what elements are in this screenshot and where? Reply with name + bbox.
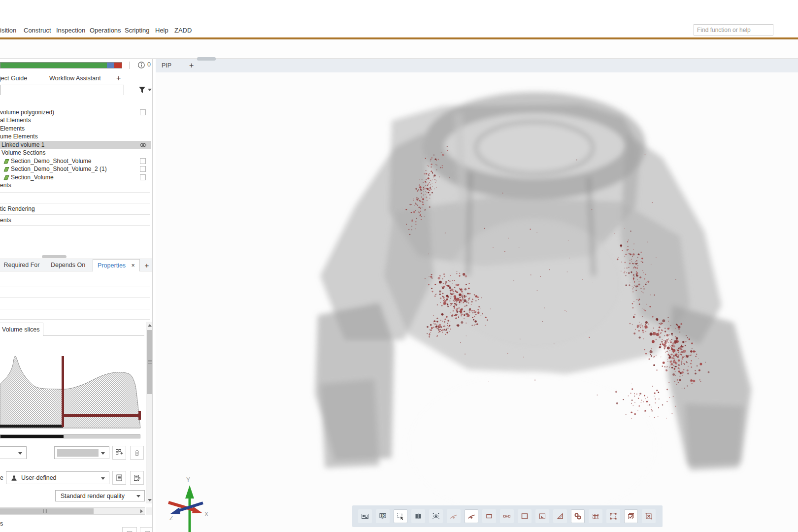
- divider: [0, 214, 150, 215]
- frame-handles-icon[interactable]: [606, 509, 620, 523]
- exclude-region-icon[interactable]: [642, 509, 656, 523]
- menu-inspection[interactable]: Inspection: [54, 24, 87, 37]
- splitter-handle[interactable]: [42, 255, 66, 258]
- preset-dropdown[interactable]: [0, 446, 27, 459]
- menu-help[interactable]: Help: [153, 24, 170, 37]
- tree-item[interactable]: ume Elements: [0, 133, 151, 141]
- visibility-checkbox[interactable]: [140, 174, 146, 180]
- gray-value-histogram[interactable]: [0, 336, 144, 429]
- tree-item[interactable]: Section_Demo_Shoot_Volume_2 (1): [0, 165, 151, 173]
- render-profile-dropdown[interactable]: User-defined: [6, 471, 109, 484]
- add-view-button[interactable]: +: [189, 59, 194, 72]
- voxel-grid-icon[interactable]: [589, 509, 602, 523]
- set-square-icon[interactable]: [553, 509, 567, 523]
- tab-volume-slices[interactable]: Volume slices: [0, 323, 43, 336]
- row-rendering[interactable]: tic Rendering: [0, 205, 35, 212]
- menu-acquisition[interactable]: isition: [0, 24, 18, 37]
- scrollbar-thumb[interactable]: [0, 508, 94, 514]
- visibility-checkbox[interactable]: [140, 166, 146, 172]
- divider: [0, 309, 150, 309]
- profile-list-button[interactable]: [112, 471, 126, 485]
- checkbox-icon[interactable]: [624, 509, 638, 523]
- render-canvas[interactable]: Y X Z 3D: [156, 72, 798, 532]
- axis-label-y: Y: [186, 476, 190, 483]
- tab-project-guide[interactable]: oject Guide: [0, 72, 27, 84]
- menu-construct[interactable]: Construct: [22, 24, 53, 37]
- rubber-band-select-icon[interactable]: [394, 509, 407, 523]
- gray-value-range-bar[interactable]: [0, 434, 140, 438]
- pip-windows-icon[interactable]: [358, 509, 372, 523]
- 3d-display-icon[interactable]: 3D: [376, 509, 390, 523]
- two-circles-icon[interactable]: [571, 509, 585, 523]
- connector-icon[interactable]: [500, 509, 514, 523]
- visibility-eye-icon[interactable]: [429, 509, 443, 523]
- tree-item[interactable]: Section_Demo_Shoot_Volume: [0, 157, 151, 166]
- scrollbar-corner: [146, 507, 153, 515]
- delete-button[interactable]: [130, 446, 144, 460]
- tab-pip[interactable]: PIP: [162, 59, 171, 72]
- tab-properties[interactable]: Properties ×: [93, 259, 140, 271]
- scroll-right-button[interactable]: [138, 508, 145, 514]
- element-filter-box[interactable]: [0, 85, 124, 95]
- function-search-box[interactable]: [694, 24, 773, 35]
- tree-item[interactable]: Elements: [0, 125, 151, 133]
- gray-curve-icon[interactable]: [465, 509, 478, 523]
- function-search-input[interactable]: [694, 25, 773, 35]
- splitter-handle[interactable]: [197, 57, 216, 61]
- filter-dropdown-caret[interactable]: [148, 89, 152, 91]
- close-tab-icon[interactable]: ×: [132, 262, 135, 269]
- scroll-up-button[interactable]: [146, 322, 153, 329]
- add-grid-button[interactable]: [112, 446, 126, 460]
- section-slice-icon: [3, 175, 9, 180]
- menu-operations[interactable]: Operations: [88, 24, 123, 37]
- info-icon[interactable]: [137, 61, 145, 69]
- panel-button-1[interactable]: [122, 527, 137, 532]
- rect-large-icon[interactable]: [518, 509, 532, 523]
- vertical-scrollbar[interactable]: [146, 322, 153, 503]
- add-tab-button[interactable]: +: [116, 72, 121, 84]
- visibility-checkbox[interactable]: [140, 109, 146, 115]
- divider: [0, 192, 150, 193]
- add-tab-button[interactable]: +: [143, 259, 151, 271]
- profile-edit-button[interactable]: [130, 471, 144, 485]
- tree-item[interactable]: Volume Sections: [0, 149, 151, 157]
- tree-item[interactable]: ents: [0, 181, 151, 190]
- scroll-down-button[interactable]: [146, 497, 153, 503]
- tab-depends-on[interactable]: Depends On: [47, 259, 89, 271]
- menu-zadd[interactable]: ZADD: [172, 24, 194, 37]
- panel-button-2[interactable]: [140, 527, 153, 532]
- threshold-marker-horizontal[interactable]: [63, 414, 140, 417]
- user-icon: [10, 474, 18, 482]
- view-toolbar: 3D: [352, 505, 663, 527]
- tab-required-for[interactable]: Required For: [1, 259, 42, 271]
- compare-split-icon[interactable]: [411, 509, 425, 523]
- rect-corner-icon[interactable]: [535, 509, 549, 523]
- element-filter-input[interactable]: [0, 86, 124, 95]
- histogram-curve: [0, 356, 140, 428]
- row-elements[interactable]: ents: [0, 217, 11, 224]
- main-toolbar: Part: Pre: [0, 39, 798, 59]
- section-slice-icon: [3, 159, 9, 164]
- gray-curve-faded-icon[interactable]: [447, 509, 461, 523]
- filter-funnel-icon[interactable]: [138, 86, 146, 94]
- render-quality-dropdown[interactable]: Standard render quality: [55, 490, 145, 501]
- separator: [129, 62, 130, 69]
- menu-scripting[interactable]: Scripting: [123, 24, 152, 37]
- rect-small-icon[interactable]: [482, 509, 496, 523]
- volume-scene: Y X Z: [156, 72, 798, 532]
- dependency-tabs: Required For Depends On Properties × +: [0, 259, 153, 271]
- viewport-tabbar: PIP +: [156, 59, 798, 72]
- tree-item[interactable]: volume polygonized): [0, 108, 151, 117]
- eye-icon[interactable]: [139, 142, 147, 148]
- visibility-checkbox[interactable]: [140, 158, 146, 164]
- tab-workflow-assistant[interactable]: Workflow Assistant: [49, 72, 101, 84]
- tree-item[interactable]: Section_Volume: [0, 173, 151, 182]
- color-dropdown[interactable]: [54, 446, 109, 459]
- progress-segment-green: [0, 63, 107, 68]
- tree-item[interactable]: al Elements: [0, 116, 151, 125]
- tree-item-linked-volume[interactable]: Linked volume 1: [0, 141, 151, 149]
- horizontal-scrollbar[interactable]: [0, 507, 145, 515]
- section-slice-icon: [3, 166, 9, 172]
- threshold-end-cap[interactable]: [138, 411, 141, 420]
- scrollbar-thumb[interactable]: [147, 330, 153, 394]
